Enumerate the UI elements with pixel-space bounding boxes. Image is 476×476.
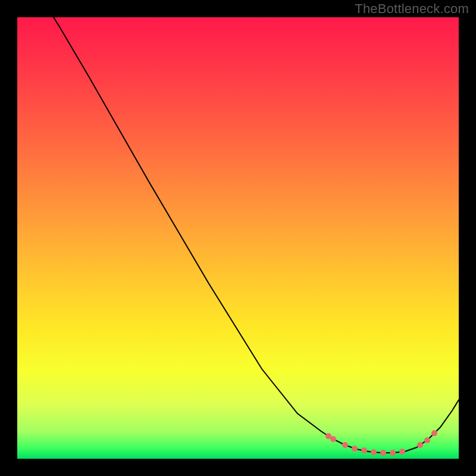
marker-dot [431, 430, 437, 436]
marker-dot [361, 447, 367, 453]
marker-dot [371, 449, 377, 455]
marker-dot [380, 450, 386, 456]
marker-dot [399, 449, 405, 455]
marker-dot [352, 446, 358, 452]
watermark-label: TheBottleneck.com [355, 1, 469, 17]
marker-dot [342, 442, 348, 448]
marker-dot [417, 442, 423, 448]
marker-dot [330, 436, 336, 442]
plot-background [17, 17, 459, 459]
marker-dot [424, 437, 430, 443]
marker-dot [390, 450, 396, 456]
chart-svg [0, 0, 476, 476]
chart-container: TheBottleneck.com [0, 0, 476, 476]
